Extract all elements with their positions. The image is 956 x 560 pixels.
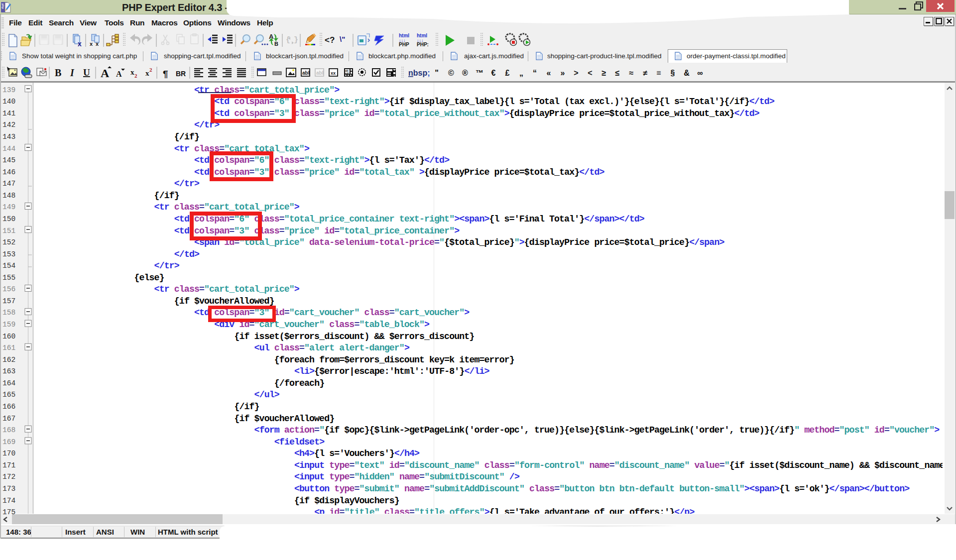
svg-text:abl: abl (302, 70, 310, 76)
svg-text:∞: ∞ (697, 69, 703, 77)
svg-text:nbsp;: nbsp; (408, 69, 430, 77)
svg-text:„: „ (519, 69, 523, 77)
svg-text:§: § (671, 69, 675, 77)
svg-text:¶: ¶ (163, 69, 168, 79)
svg-text:x: x (145, 69, 149, 77)
svg-text:£: £ (505, 69, 510, 77)
svg-text:": " (435, 69, 439, 77)
svg-text:2: 2 (134, 73, 137, 79)
svg-text:cd: cd (345, 72, 349, 75)
svg-text:≡: ≡ (656, 69, 661, 77)
svg-text:≥: ≥ (602, 69, 606, 77)
svg-text:«: « (547, 69, 551, 77)
svg-text:≤: ≤ (615, 69, 620, 77)
svg-text:©: © (448, 69, 454, 77)
svg-text:A: A (116, 70, 122, 78)
svg-text:BR: BR (176, 70, 186, 78)
svg-text:xx: xx (331, 71, 336, 76)
svg-text:>: > (574, 69, 578, 77)
svg-text:U: U (83, 67, 90, 78)
svg-text:»: » (561, 69, 565, 77)
svg-text:≠: ≠ (643, 69, 648, 77)
svg-text:x: x (130, 68, 134, 76)
svg-text:<: < (588, 69, 592, 77)
svg-text:&: & (684, 69, 690, 77)
svg-text:“: “ (533, 69, 537, 77)
svg-text:abl: abl (316, 70, 324, 76)
svg-text:I: I (70, 67, 75, 78)
svg-text:€: € (491, 69, 496, 77)
svg-text:A: A (101, 67, 110, 80)
svg-text:≈: ≈ (629, 69, 634, 77)
svg-text:2: 2 (149, 67, 152, 73)
svg-text:B: B (55, 67, 61, 78)
svg-text:™: ™ (476, 69, 483, 77)
svg-text:®: ® (462, 69, 468, 77)
